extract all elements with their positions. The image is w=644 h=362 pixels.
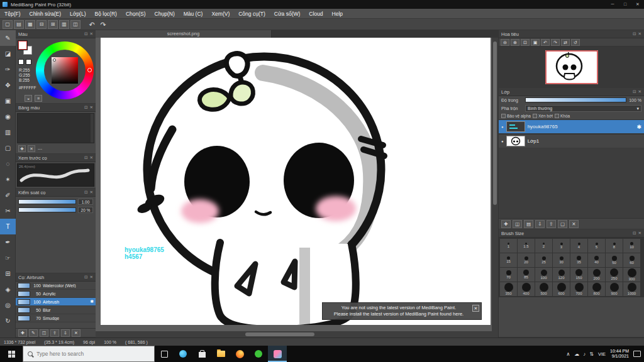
color-history-swatch[interactable] — [18, 59, 24, 65]
layer-visibility-eye-icon[interactable]: ● — [501, 125, 504, 129]
eyedropper-tool[interactable]: ✒ — [0, 234, 16, 250]
brush-size-cell[interactable]: 2 — [535, 239, 552, 253]
layers-header[interactable]: Lớp ⊡ ✕ — [499, 88, 644, 96]
document-tab[interactable]: screenshot.png — [96, 30, 272, 38]
menu-item[interactable]: Chụp(N) — [150, 11, 179, 17]
panel-float-icon[interactable]: ⊡ — [633, 89, 636, 94]
checkbox-icon[interactable] — [555, 114, 559, 118]
hue-wheel[interactable] — [36, 41, 94, 99]
select-pen-tool[interactable]: ✐ — [0, 187, 16, 203]
brush-size-cell[interactable]: 500 — [535, 282, 552, 296]
zoom-out-button[interactable]: ⊖ — [501, 39, 509, 46]
onedrive-icon[interactable]: ☁ — [574, 351, 579, 357]
volume-icon[interactable]: ♪ — [583, 351, 586, 357]
edit-brush-button[interactable]: ✎ — [29, 329, 38, 337]
task-view-button[interactable] — [155, 346, 174, 362]
canvas-vertical-scrollbar[interactable] — [492, 38, 498, 331]
fill-tool[interactable]: ▣ — [0, 93, 16, 109]
panel-float-icon[interactable]: ⊡ — [84, 275, 87, 280]
clear-layer-button[interactable]: ▢ — [558, 220, 567, 228]
brush-size-cell[interactable]: 40 — [588, 253, 605, 267]
brush-size-cell[interactable]: 100 — [535, 268, 552, 282]
medibang-app-button[interactable] — [268, 346, 287, 362]
slider-mode-button[interactable]: ≡ — [35, 95, 42, 102]
panel-close-icon[interactable]: ✕ — [638, 31, 641, 36]
canvas-horizontal-scrollbar[interactable] — [96, 331, 492, 337]
panel-float-icon[interactable]: ⊡ — [84, 155, 87, 160]
brush-size-cell[interactable]: 1000 — [623, 282, 640, 296]
add-color-button[interactable]: ✚ — [18, 145, 26, 152]
panel-close-icon[interactable]: ✕ — [638, 231, 641, 236]
brush-size-cell[interactable]: 10 — [623, 239, 640, 253]
brush-size-cell[interactable]: 25 — [535, 253, 552, 267]
brush-size-cell[interactable]: 120 — [553, 268, 570, 282]
brush-size-cell[interactable]: 35 — [570, 253, 587, 267]
actual-size-button[interactable]: ▣ — [531, 39, 540, 46]
minimize-button[interactable]: ─ — [606, 0, 619, 9]
brush-size-cell[interactable]: 3 — [553, 239, 570, 253]
start-button[interactable] — [0, 346, 23, 362]
brush-size-cell[interactable]: 4 — [570, 239, 587, 253]
action-center-icon[interactable] — [633, 351, 641, 357]
flip-view-button[interactable]: ⇄ — [561, 39, 570, 46]
duplicate-brush-button[interactable]: ◫ — [40, 329, 48, 337]
layer-option-checkbox[interactable]: Xén bớt — [533, 114, 553, 118]
brush-down-button[interactable]: ⇩ — [61, 329, 70, 337]
undo-button[interactable]: ↶ — [87, 20, 97, 29]
panel-close-icon[interactable]: ✕ — [90, 275, 93, 280]
brush-size-cell[interactable]: 5 — [588, 239, 605, 253]
open-file-button[interactable]: ▤ — [14, 20, 24, 29]
panel-float-icon[interactable]: ⊡ — [633, 231, 636, 236]
layer-option-checkbox[interactable]: Khóa — [555, 114, 570, 118]
notification-close-icon[interactable]: ✕ — [472, 305, 479, 312]
divide-tool[interactable]: ⊞ — [0, 266, 16, 282]
select-eraser-tool[interactable]: ✂ — [0, 203, 16, 219]
brush-size-cell[interactable]: 1 — [500, 239, 517, 253]
new-layer-button[interactable]: ✚ — [501, 220, 511, 228]
menu-item[interactable]: Bộ lọc(R) — [91, 11, 121, 17]
lasso-tool[interactable]: ◌ — [0, 156, 16, 172]
brush-opacity-slider[interactable] — [18, 207, 76, 212]
brush-list-item[interactable]: 50 Acrylic ✱ — [16, 290, 96, 298]
brush-list-item[interactable]: 100 Airbrush ✱ — [16, 298, 96, 306]
brush-size-cell[interactable]: 700 — [570, 282, 587, 296]
export-button[interactable]: ⊟ — [36, 20, 47, 29]
horizontal-scroll-thumb[interactable] — [245, 332, 314, 336]
pen-tool[interactable]: ✑ — [0, 62, 16, 77]
save-file-button[interactable]: ▦ — [25, 20, 35, 29]
new-canvas-button[interactable]: ▢ — [3, 20, 13, 29]
panel-close-icon[interactable]: ✕ — [90, 105, 93, 110]
transparent-color-swatch[interactable] — [26, 59, 31, 65]
brush-list-item[interactable]: 50 Blur ✱ — [16, 306, 96, 314]
brush-preview-header[interactable]: Xem trước cọ ⊡ ✕ — [16, 154, 96, 162]
drawing-canvas[interactable]: hyouka98765 h4567 You are not using the … — [101, 38, 491, 325]
layer-row-lop1[interactable]: ● Lớp1 — [499, 134, 644, 148]
edge-app-button[interactable] — [174, 346, 192, 362]
add-brush-button[interactable]: ✚ — [18, 329, 27, 337]
hand-tool[interactable]: ☞ — [0, 250, 16, 266]
checkbox-icon[interactable] — [501, 114, 506, 118]
hidden-icons-chevron[interactable]: ∧ — [566, 351, 570, 357]
brush-size-cell[interactable]: 900 — [606, 282, 623, 296]
reset-view-button[interactable]: ↺ — [571, 39, 580, 46]
search-input[interactable] — [36, 351, 150, 357]
brush-size-cell[interactable]: 200 — [588, 268, 605, 282]
brush-size-cell[interactable]: 20 — [518, 253, 535, 267]
brush-size-cell[interactable]: 85 — [518, 268, 535, 282]
bucket-tool[interactable]: ◉ — [0, 109, 16, 124]
redo-button[interactable]: ↷ — [98, 20, 108, 29]
layer-settings-gear-icon[interactable]: ✱ — [636, 124, 641, 130]
panel-float-icon[interactable]: ⊡ — [633, 31, 636, 36]
delete-layer-button[interactable]: ✕ — [569, 220, 579, 228]
brush-list-header[interactable]: Cọ: Airbrush ⊡ ✕ — [16, 273, 96, 282]
blend-mode-select[interactable]: Bình thường ▾ — [525, 105, 641, 112]
panel-close-icon[interactable]: ✕ — [638, 89, 641, 94]
menu-item[interactable]: Xem(V) — [207, 11, 234, 17]
rotate-canvas-tool[interactable]: ↻ — [0, 313, 16, 329]
brush-size-cell[interactable]: 400 — [518, 282, 535, 296]
delete-brush-button[interactable]: ✕ — [72, 329, 80, 337]
fit-view-button[interactable]: ⊡ — [521, 39, 530, 46]
brush-control-value[interactable]: 1.00 — [78, 199, 93, 205]
brush-size-cell[interactable]: 350 — [500, 282, 517, 296]
palette-list[interactable] — [17, 113, 94, 143]
